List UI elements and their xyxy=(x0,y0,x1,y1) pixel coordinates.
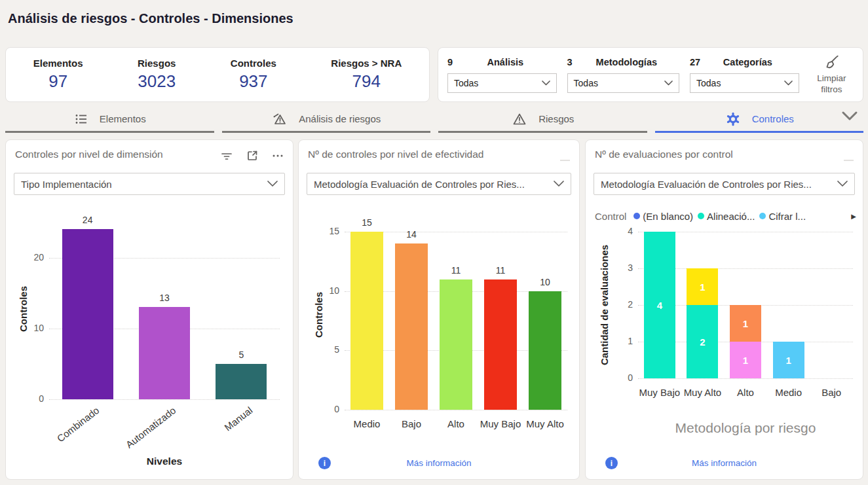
selected-value: Todas xyxy=(574,78,598,88)
more-info-link[interactable]: Más información xyxy=(586,458,863,468)
bar-value-label: 5 xyxy=(218,350,264,360)
chevron-down-icon xyxy=(784,81,793,86)
y-tick-label: 1 xyxy=(604,336,633,346)
x-tick-label: Alto xyxy=(432,418,480,431)
kpi-label: Riesgos xyxy=(138,58,176,69)
bar-alto[interactable] xyxy=(440,279,472,410)
analisis-select[interactable]: Todas xyxy=(447,73,557,93)
x-axis-title: Metodología por riesgo xyxy=(675,420,816,436)
y-tick-label: 10 xyxy=(311,285,339,296)
bar-bajo[interactable] xyxy=(395,243,428,410)
stack-segment-alto[interactable]: 1 xyxy=(730,342,761,378)
kpi-summary-card: Elementos 97 Riesgos 3023 Controles 937 … xyxy=(5,47,430,102)
more-info-link[interactable]: Más información xyxy=(299,458,579,468)
filter-group-categorias: 27 Categorías Todas xyxy=(690,57,799,93)
kpi-riesgos: Riesgos 3023 xyxy=(138,58,176,92)
x-tick-label: Medio xyxy=(343,418,390,431)
clear-filters-button[interactable]: Limpiar filtros xyxy=(810,54,854,96)
stack-segment-muy-alto[interactable]: 1 xyxy=(687,268,718,305)
x-tick-label: Alto xyxy=(722,386,769,399)
stacked-bar-chart-evaluaciones: Cantidad de evaluaciones012344Muy Bajo21… xyxy=(586,140,863,479)
kpi-value: 794 xyxy=(331,71,402,92)
kpi-controles: Controles 937 xyxy=(231,58,276,92)
bar-value-label: 14 xyxy=(388,229,434,240)
selected-value: Todas xyxy=(696,78,721,88)
x-tick-label: Manual xyxy=(223,404,255,433)
metodologias-select[interactable]: Todas xyxy=(567,73,679,93)
stack-segment-alto[interactable]: 1 xyxy=(730,305,761,342)
filter-label: Metodologías xyxy=(596,57,679,67)
y-axis-title: Controles xyxy=(313,292,324,338)
y-tick-label: 5 xyxy=(311,344,339,355)
bar-value-label: 13 xyxy=(142,293,187,303)
gear-icon xyxy=(725,111,742,128)
tab-label: Controles xyxy=(752,113,794,124)
kpi-label: Elementos xyxy=(33,58,83,69)
bar-medio[interactable] xyxy=(350,232,383,410)
gridline xyxy=(638,378,853,379)
chart-card-evaluaciones-por-control: Nº de evaluaciones por control Metodolog… xyxy=(585,139,863,480)
filter-count: 27 xyxy=(690,57,719,67)
warning-edit-icon xyxy=(271,111,288,128)
chart-card-controles-por-efectividad: Nº de controles por nivel de efectividad… xyxy=(298,139,580,480)
chevron-down-icon xyxy=(542,81,550,86)
categorias-select[interactable]: Todas xyxy=(690,73,799,93)
bar-value-label: 10 xyxy=(522,277,568,287)
bar-muy-bajo[interactable] xyxy=(484,279,517,410)
x-tick-label: Combinado xyxy=(54,404,101,444)
x-tick-label: Muy Alto xyxy=(679,386,726,399)
chevron-down-icon xyxy=(664,81,673,86)
clear-filters-label: Limpiar filtros xyxy=(810,73,854,96)
stack-segment-muy-bajo[interactable]: 4 xyxy=(644,232,675,378)
x-tick-label: Bajo xyxy=(808,386,855,399)
broom-icon xyxy=(823,54,840,71)
filter-label: Categorías xyxy=(719,57,799,67)
y-tick-label: 4 xyxy=(604,226,633,236)
stack-segment-medio[interactable]: 1 xyxy=(773,342,804,378)
x-tick-label: Automatizado xyxy=(124,404,178,450)
filters-card: 9 Análisis Todas 3 Metodologías Todas 27… xyxy=(438,47,863,102)
selected-value: Todas xyxy=(454,78,478,88)
bar-value-label: 24 xyxy=(65,215,111,225)
filter-count: 9 xyxy=(447,57,476,67)
filter-group-analisis: 9 Análisis Todas xyxy=(447,57,557,93)
list-icon xyxy=(73,111,89,127)
x-tick-label: Muy Bajo xyxy=(636,386,683,399)
gridline xyxy=(345,410,567,410)
chevron-down-icon[interactable] xyxy=(841,111,858,123)
y-tick-label: 15 xyxy=(311,226,339,236)
stack-segment-muy-alto[interactable]: 2 xyxy=(687,305,718,378)
x-axis-title: Niveles xyxy=(147,456,182,467)
filter-group-metodologias: 3 Metodologías Todas xyxy=(567,57,679,93)
tab-elementos[interactable]: Elementos xyxy=(5,107,214,133)
tab-label: Análisis de riesgos xyxy=(299,113,381,124)
chart-card-controles-por-nivel-de-dimension: Controles por nivel de dimensión Tipo Im… xyxy=(5,139,293,480)
kpi-value: 97 xyxy=(33,71,83,92)
bar-combinado[interactable] xyxy=(62,229,113,399)
tab-controles[interactable]: Controles xyxy=(655,107,864,133)
filter-label: Análisis xyxy=(476,57,557,67)
tab-riesgos[interactable]: Riesgos xyxy=(438,107,647,133)
page-title: Análisis de riesgos - Controles - Dimens… xyxy=(8,11,293,26)
y-tick-label: 10 xyxy=(15,323,44,333)
kpi-elementos: Elementos 97 xyxy=(33,58,83,92)
tab-label: Elementos xyxy=(100,113,146,124)
kpi-value: 3023 xyxy=(138,71,176,92)
tab-bar: Elementos Análisis de riesgos Riesgos xyxy=(5,107,863,133)
bar-muy-alto[interactable] xyxy=(529,291,561,410)
tab-label: Riesgos xyxy=(538,113,574,124)
y-tick-label: 20 xyxy=(15,252,44,262)
warning-icon xyxy=(511,111,528,128)
y-tick-label: 2 xyxy=(604,299,633,310)
tab-analisis-de-riesgos[interactable]: Análisis de riesgos xyxy=(222,107,431,133)
kpi-label: Controles xyxy=(231,58,276,69)
bar-value-label: 11 xyxy=(478,265,523,276)
x-tick-label: Muy Alto xyxy=(521,418,569,431)
bar-automatizado[interactable] xyxy=(139,307,190,399)
bar-chart-controles-por-dimension: Controles0102024Combinado13Automatizado5… xyxy=(6,140,293,479)
bar-value-label: 11 xyxy=(433,265,479,276)
x-tick-label: Muy Bajo xyxy=(477,418,524,431)
kpi-value: 937 xyxy=(231,71,276,92)
bar-manual[interactable] xyxy=(216,364,267,399)
x-tick-label: Medio xyxy=(765,386,812,399)
